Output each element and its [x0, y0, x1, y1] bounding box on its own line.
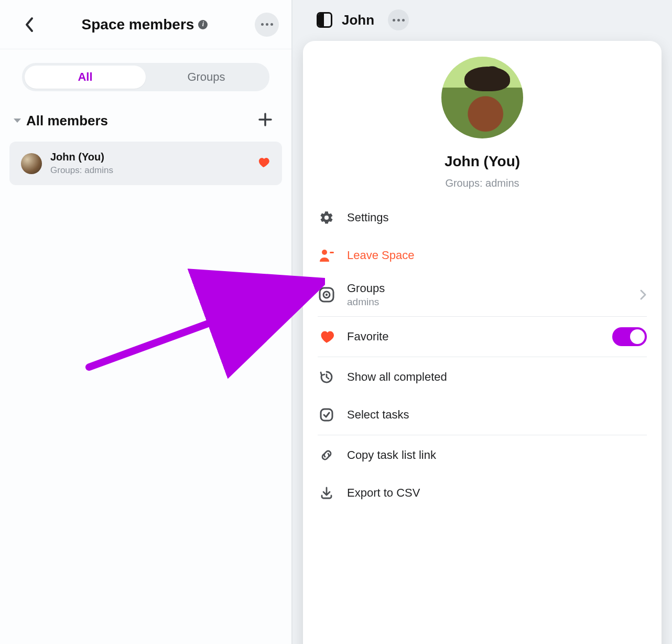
- plus-icon: [258, 112, 273, 127]
- menu-select-tasks-label: Select tasks: [347, 408, 647, 422]
- history-icon: [318, 370, 335, 384]
- menu-groups-label: Groups: [347, 282, 628, 295]
- detail-panel: John John (You) Groups: admins Settings: [292, 0, 672, 644]
- divider: [318, 316, 647, 317]
- svg-point-2: [322, 250, 327, 255]
- menu-select-tasks[interactable]: Select tasks: [318, 396, 647, 434]
- caret-down-icon: [14, 119, 21, 123]
- menu-copy-link[interactable]: Copy task list link: [318, 436, 647, 474]
- heart-icon: [318, 330, 335, 344]
- svg-rect-7: [321, 409, 332, 421]
- menu-favorite[interactable]: Favorite: [318, 318, 647, 356]
- menu-copy-link-label: Copy task list link: [347, 448, 647, 462]
- menu-show-completed[interactable]: Show all completed: [318, 358, 647, 396]
- member-name: John (You): [50, 151, 250, 163]
- members-tab-segmented: All Groups: [22, 63, 269, 91]
- svg-rect-3: [330, 252, 334, 253]
- all-members-title: All members: [26, 113, 253, 129]
- member-row[interactable]: John (You) Groups: admins: [9, 142, 282, 185]
- tab-all[interactable]: All: [25, 66, 146, 89]
- menu-show-completed-label: Show all completed: [347, 370, 647, 384]
- download-icon: [318, 486, 335, 500]
- link-icon: [318, 448, 335, 463]
- divider: [318, 435, 647, 435]
- menu-settings-label: Settings: [347, 211, 647, 224]
- gear-icon: [318, 210, 335, 225]
- panel-toggle-icon[interactable]: [317, 12, 332, 28]
- menu-groups-value: admins: [347, 296, 628, 308]
- profile-menu: Settings Leave Space Groups admins: [303, 199, 662, 512]
- detail-more-button[interactable]: [388, 9, 409, 30]
- chevron-left-icon: [24, 17, 35, 33]
- add-member-button[interactable]: [253, 109, 278, 132]
- groups-icon: [318, 287, 335, 303]
- member-text: John (You) Groups: admins: [50, 151, 250, 176]
- chevron-right-icon: [640, 289, 647, 300]
- profile-card: John (You) Groups: admins Settings Leave…: [303, 41, 662, 644]
- menu-leave-label: Leave Space: [347, 249, 647, 262]
- menu-favorite-label: Favorite: [347, 330, 601, 344]
- profile-name: John (You): [303, 153, 662, 170]
- favorite-toggle[interactable]: [612, 327, 647, 346]
- profile-avatar: [441, 57, 523, 138]
- menu-export-csv-label: Export to CSV: [347, 486, 647, 500]
- all-members-section-header[interactable]: All members: [0, 98, 291, 139]
- menu-leave-space[interactable]: Leave Space: [318, 237, 647, 274]
- divider: [318, 357, 647, 357]
- members-title-wrap: Space members i: [35, 16, 255, 33]
- detail-header: John: [292, 0, 672, 40]
- checkbox-icon: [318, 407, 335, 422]
- members-more-button[interactable]: [255, 13, 279, 37]
- dots-icon: [261, 23, 273, 26]
- user-minus-icon: [318, 249, 335, 262]
- dots-icon: [393, 19, 405, 22]
- members-header: Space members i: [0, 0, 291, 49]
- member-groups: Groups: admins: [50, 165, 250, 176]
- svg-point-6: [326, 294, 328, 296]
- favorite-indicator: [258, 157, 270, 170]
- heart-icon: [258, 157, 270, 168]
- menu-settings[interactable]: Settings: [318, 199, 647, 237]
- profile-groups: Groups: admins: [303, 177, 662, 189]
- members-panel: Space members i All Groups All members: [0, 0, 292, 644]
- members-title: Space members: [82, 16, 194, 33]
- detail-title: John: [342, 12, 374, 28]
- avatar: [21, 153, 42, 174]
- menu-export-csv[interactable]: Export to CSV: [318, 474, 647, 512]
- tab-groups[interactable]: Groups: [146, 66, 267, 89]
- menu-groups[interactable]: Groups admins: [318, 274, 647, 315]
- info-icon[interactable]: i: [198, 20, 208, 29]
